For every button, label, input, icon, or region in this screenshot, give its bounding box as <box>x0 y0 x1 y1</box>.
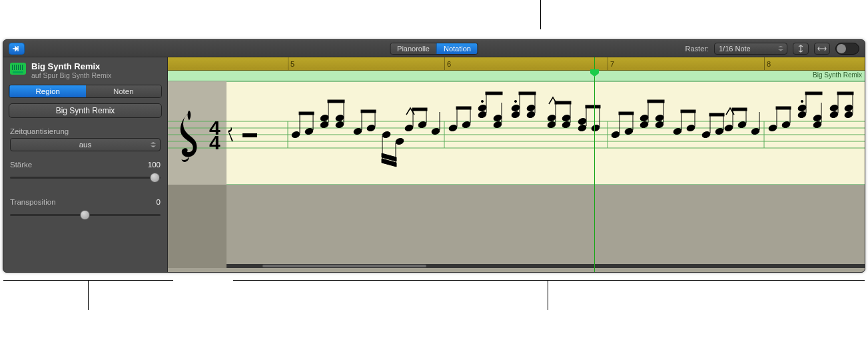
strength-label: Stärke <box>10 161 32 169</box>
ruler-mark: 6 <box>444 57 451 70</box>
track-subtitle: auf Spur Big Synth Remix <box>31 71 111 79</box>
tab-notation[interactable]: Notation <box>436 43 478 54</box>
toolbar: Pianorolle Notation Raster: 1/16 Note <box>3 40 865 57</box>
raster-select[interactable]: 1/16 Note <box>714 43 787 55</box>
svg-point-32 <box>481 100 483 102</box>
score-editor-window: Pianorolle Notation Raster: 1/16 Note <box>3 39 865 273</box>
svg-rect-26 <box>412 108 427 111</box>
ruler-mark: 8 <box>764 57 771 70</box>
playhead[interactable] <box>594 57 595 272</box>
svg-rect-19 <box>361 110 376 113</box>
region-name-button[interactable]: Big Synth Remix <box>9 103 162 118</box>
svg-rect-56 <box>709 113 724 116</box>
svg-rect-63 <box>776 107 791 109</box>
svg-point-65 <box>801 100 803 102</box>
svg-rect-34 <box>486 92 502 95</box>
strength-slider[interactable] <box>10 171 161 183</box>
tab-region[interactable]: Region <box>9 85 86 97</box>
callout-line-inspector-v <box>88 280 89 310</box>
transpose-slider[interactable] <box>10 209 161 221</box>
tab-pianoroll[interactable]: Pianorolle <box>390 43 436 54</box>
svg-rect-16 <box>328 100 344 103</box>
region-strip[interactable]: Big Synth Remix <box>168 71 865 81</box>
track-icon <box>10 63 26 75</box>
svg-rect-38 <box>519 92 536 95</box>
svg-rect-47 <box>619 112 634 115</box>
inspector-panel: Big Synth Remix auf Spur Big Synth Remix… <box>3 57 168 272</box>
quantize-label: Zeitquantisierung <box>10 127 69 135</box>
svg-rect-9 <box>242 133 257 137</box>
bar-ruler[interactable]: 5 6 7 8 <box>168 57 865 71</box>
score-main-area: 5 6 7 8 Big Synth Remix <box>168 57 865 272</box>
svg-rect-30 <box>456 107 471 109</box>
tab-noten[interactable]: Noten <box>86 85 162 97</box>
vertical-zoom-button[interactable] <box>793 43 809 55</box>
track-title: Big Synth Remix <box>31 62 111 71</box>
transpose-value: 0 <box>157 198 161 206</box>
quantize-select[interactable]: aus <box>10 138 161 151</box>
ruler-mark: 7 <box>608 57 614 70</box>
quantize-value: aus <box>79 141 92 149</box>
staff-svg: 4 4 <box>168 81 865 185</box>
svg-rect-50 <box>648 100 664 103</box>
timesig-den: 4 <box>209 131 220 153</box>
callout-line-main-h <box>233 280 865 281</box>
autozoom-switch[interactable] <box>835 43 859 55</box>
score-area[interactable]: 4 4 <box>168 81 865 268</box>
svg-rect-53 <box>681 110 695 113</box>
treble-clef <box>181 111 197 162</box>
svg-rect-13 <box>299 112 314 115</box>
transpose-label: Transposition <box>10 198 56 206</box>
catch-playhead-button[interactable] <box>9 43 25 55</box>
below-staff-area <box>226 185 865 268</box>
view-mode-segmented: Pianorolle Notation <box>390 43 478 55</box>
svg-point-36 <box>514 100 516 102</box>
svg-rect-59 <box>732 108 747 111</box>
horizontal-scrollbar[interactable] <box>226 264 865 268</box>
svg-rect-67 <box>805 92 822 95</box>
region-strip-label: Big Synth Remix <box>813 71 862 79</box>
left-gutter <box>168 185 226 268</box>
callout-line-top <box>540 0 541 29</box>
raster-label: Raster: <box>685 45 709 53</box>
svg-rect-44 <box>586 105 600 108</box>
raster-value: 1/16 Note <box>719 45 751 53</box>
callout-line-main-v <box>548 280 548 310</box>
svg-rect-70 <box>837 92 853 95</box>
ruler-mark: 5 <box>288 57 294 70</box>
horizontal-autozoom-button[interactable] <box>814 43 830 55</box>
inspector-tabs: Region Noten <box>9 85 162 98</box>
svg-rect-41 <box>555 101 571 104</box>
strength-value: 100 <box>148 161 161 169</box>
scrollbar-thumb[interactable] <box>262 265 426 267</box>
